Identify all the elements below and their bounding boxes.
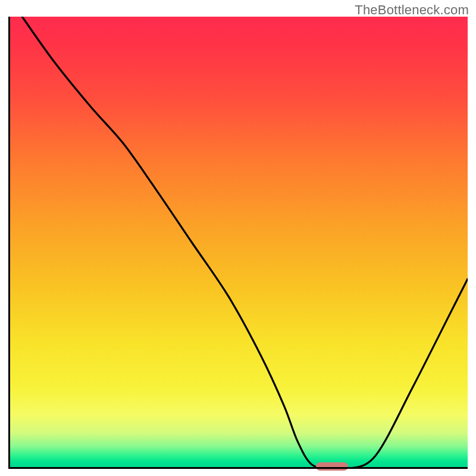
optimum-marker: [316, 462, 348, 471]
curve-path: [22, 17, 468, 469]
gradient-plot-area: [8, 17, 468, 469]
chart-stage: TheBottleneck.com: [0, 0, 476, 476]
watermark-text: TheBottleneck.com: [355, 2, 469, 18]
bottleneck-curve: [8, 17, 468, 469]
